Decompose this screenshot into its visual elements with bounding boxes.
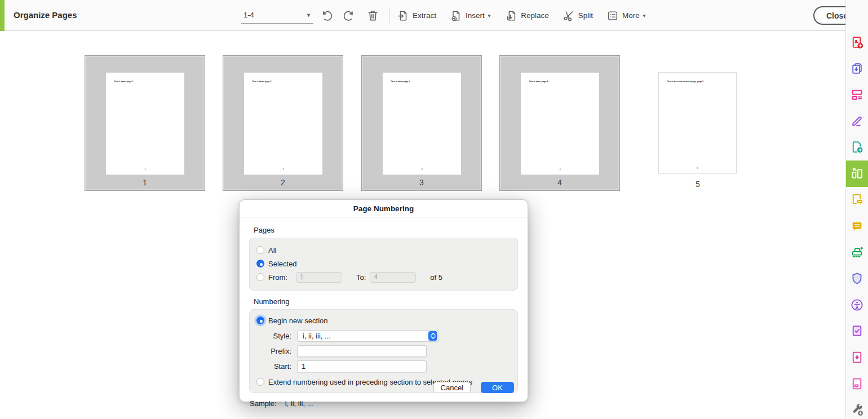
rotate-counterclockwise-icon: [320, 9, 333, 23]
ok-button[interactable]: OK: [481, 382, 514, 393]
sidebar-item-redact-pdf[interactable]: [846, 371, 868, 397]
thumbnail-number-label: 3: [362, 178, 481, 187]
radio-begin-new-section[interactable]: [256, 317, 264, 324]
more-button[interactable]: More ▼: [606, 10, 646, 22]
page-footer-number: 3: [383, 168, 461, 171]
rotate-left-button[interactable]: [319, 8, 334, 23]
page-thumbnail-3[interactable]: This is demo page 3 3 3: [361, 55, 482, 191]
style-selected-value: i, ii, iii, ...: [303, 332, 331, 340]
sidebar-item-edit-pdf[interactable]: [846, 82, 868, 108]
page-preview: This is the extra inserted page, page 5 …: [658, 72, 737, 174]
combine-files-icon: [850, 61, 864, 75]
page-header-text: This is demo page 2: [252, 80, 271, 83]
page-header-text: This is the extra inserted page, page 5: [667, 80, 703, 83]
dialog-title: Page Numbering: [240, 200, 528, 217]
extract-page-icon: [397, 10, 409, 22]
sidebar-item-fill-and-sign[interactable]: [846, 108, 868, 135]
radio-from[interactable]: [256, 273, 264, 281]
page-numbering-dialog: Page Numbering Pages All Selected From: …: [239, 199, 528, 402]
sidebar-item-organize-pages[interactable]: [846, 161, 868, 187]
trash-icon: [366, 9, 379, 22]
style-label: Style:: [256, 332, 297, 340]
page-thumbnail-1[interactable]: This is demo page 1 1 1: [85, 55, 205, 191]
split-label: Split: [578, 11, 593, 20]
page-preview: This is demo page 2 2: [244, 73, 322, 175]
scan-and-ocr-icon: [850, 246, 864, 260]
export-pdf-icon: [850, 140, 864, 154]
cancel-button[interactable]: Cancel: [433, 382, 471, 393]
create-pdf-icon: [850, 35, 864, 50]
start-label: Start:: [256, 362, 297, 371]
sidebar-item-compress-pdf[interactable]: [846, 344, 868, 371]
delete-pages-button[interactable]: [365, 8, 380, 23]
rotate-right-button[interactable]: [342, 8, 357, 23]
from-label: From:: [268, 273, 287, 282]
fill-and-sign-icon: [850, 114, 864, 128]
sidebar-item-request-e-signatures[interactable]: [846, 187, 868, 213]
more-options-icon: [606, 10, 619, 22]
sidebar-item-prepare-for-accessibility[interactable]: [846, 292, 868, 318]
chevron-down-icon: ▼: [487, 13, 491, 19]
select-stepper-icon: [428, 331, 437, 341]
organize-pages-toolbar: Organize Pages 1-4 ▼: [0, 0, 868, 31]
numbering-groupbox: Begin new section Style: i, ii, iii, ...…: [249, 309, 518, 393]
numbering-section-label: Numbering: [254, 297, 518, 306]
thumbnail-number-label: 1: [85, 178, 205, 187]
style-select[interactable]: i, ii, iii, ...: [297, 330, 439, 342]
page-header-text: This is demo page 4: [529, 80, 548, 83]
chevron-down-icon: ▼: [306, 12, 311, 18]
replace-label: Replace: [521, 11, 549, 20]
chevron-down-icon: ▼: [642, 13, 646, 19]
sidebar-item-add-comments[interactable]: [846, 213, 868, 239]
green-accent-bar: [0, 0, 5, 31]
ok-label: OK: [492, 384, 503, 392]
prefix-label: Prefix:: [256, 347, 297, 355]
shield-icon: [850, 271, 864, 286]
cancel-label: Cancel: [441, 384, 463, 392]
start-input[interactable]: [297, 360, 427, 372]
compress-pdf-icon: [850, 350, 864, 364]
sidebar-item-scan-and-ocr[interactable]: [846, 239, 868, 266]
sidebar-item-pdf-standards[interactable]: [846, 318, 868, 345]
split-button[interactable]: Split: [563, 10, 593, 22]
request-e-signatures-icon: [850, 193, 864, 207]
radio-all[interactable]: [256, 246, 264, 254]
thumbnail-number-label: 5: [637, 180, 758, 189]
page-title: Organize Pages: [14, 10, 77, 20]
replace-button[interactable]: Replace: [505, 10, 549, 22]
scissors-icon: [563, 10, 575, 22]
page-preview: This is demo page 1 1: [106, 73, 184, 175]
from-input[interactable]: [296, 272, 342, 283]
insert-button[interactable]: Insert ▼: [450, 10, 491, 22]
rotate-clockwise-icon: [343, 9, 356, 23]
insert-page-icon: [450, 10, 462, 22]
begin-new-section-label: Begin new section: [268, 317, 328, 325]
accessibility-icon: [850, 298, 864, 312]
sample-value: i, ii, iii, ...: [285, 399, 313, 408]
radio-extend-numbering[interactable]: [256, 378, 264, 386]
page-thumbnail-5[interactable]: This is the extra inserted page, page 5 …: [637, 55, 758, 191]
page-preview: This is demo page 4 4: [521, 73, 599, 175]
standards-check-icon: [850, 324, 864, 338]
radio-selected[interactable]: [256, 260, 264, 268]
extract-button[interactable]: Extract: [397, 10, 436, 22]
comment-icon: [850, 219, 864, 233]
sample-label: Sample:: [250, 399, 277, 408]
page-header-text: This is demo page 1: [114, 80, 133, 83]
sidebar-item-export-pdf[interactable]: [846, 134, 868, 161]
sidebar-item-create-pdf[interactable]: [846, 29, 868, 56]
page-thumbnail-4[interactable]: This is demo page 4 4 4: [499, 55, 620, 191]
page-range-dropdown[interactable]: 1-4 ▼: [241, 7, 313, 24]
page-footer-number: 2: [244, 168, 322, 171]
prefix-input[interactable]: [297, 345, 427, 357]
sidebar-item-combine-files[interactable]: [846, 56, 868, 82]
thumbnail-number-label: 2: [223, 178, 343, 187]
sidebar-item-protect-pdf[interactable]: [846, 265, 868, 292]
page-thumbnail-2[interactable]: This is demo page 2 2 2: [223, 55, 343, 191]
to-input[interactable]: [370, 272, 416, 283]
sidebar-item-add-tools[interactable]: [846, 396, 868, 419]
radio-all-label: All: [268, 246, 276, 255]
replace-page-icon: [505, 10, 517, 22]
radio-selected-label: Selected: [268, 260, 297, 268]
toolbar-divider: [389, 8, 389, 23]
